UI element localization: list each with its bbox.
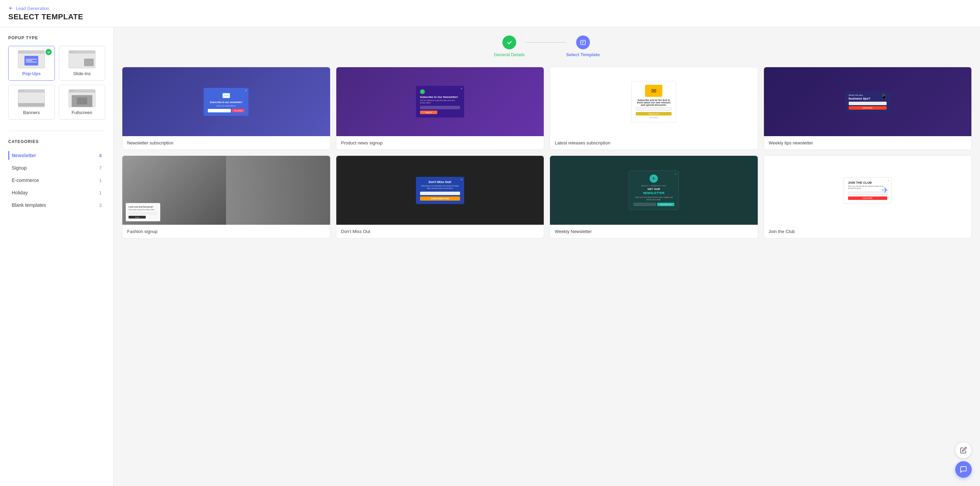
sidebar-divider bbox=[8, 131, 105, 131]
template-card-newsletter-subscription[interactable]: × ✉️ Subscribe to our newsletter! Enter … bbox=[122, 67, 331, 150]
check-icon bbox=[47, 50, 50, 54]
category-blank[interactable]: Blank templates 3 bbox=[8, 199, 105, 211]
slide-ins-icon bbox=[68, 50, 95, 68]
template-preview-2: × ✓ Subscribe to Our Newsletter! Join ou… bbox=[336, 67, 544, 136]
category-blank-label: Blank templates bbox=[12, 202, 46, 208]
back-arrow-icon bbox=[8, 5, 14, 11]
popup-ups-icon bbox=[18, 50, 45, 68]
template-preview-3: ✉ Subscribe and be the first to know abo… bbox=[550, 67, 758, 136]
main-layout: POPUP TYPE bbox=[0, 27, 980, 486]
category-blank-count: 3 bbox=[99, 203, 102, 208]
template-preview-5: Look cool and feel great! Subscribe and … bbox=[123, 156, 330, 225]
categories-section-title: CATEGORIES bbox=[8, 139, 105, 144]
popup-type-section-title: POPUP TYPE bbox=[8, 35, 105, 40]
svg-rect-0 bbox=[581, 40, 585, 45]
category-ecommerce-label: E-commerce bbox=[12, 177, 39, 183]
step-template-icon bbox=[579, 39, 587, 46]
page-title: SELECT TEMPLATE bbox=[8, 13, 972, 21]
category-signup-label: Signup bbox=[12, 165, 27, 170]
step-select-template: Select Template bbox=[566, 35, 600, 57]
template-card-dont-miss-out[interactable]: × Don't Miss Out! Subscribe to our newsl… bbox=[336, 155, 544, 239]
popup-ups-label: Pop-Ups bbox=[22, 71, 41, 76]
chat-support-button[interactable] bbox=[955, 461, 972, 478]
popup-type-popup-ups[interactable]: Pop-Ups bbox=[8, 46, 55, 81]
category-newsletter[interactable]: Newsletter 8 bbox=[8, 150, 105, 161]
steps-bar: General Details Select Template bbox=[122, 35, 972, 57]
chat-icon bbox=[960, 466, 967, 473]
category-signup[interactable]: Signup 7 bbox=[8, 162, 105, 174]
category-ecommerce-count: 1 bbox=[99, 178, 102, 183]
step-select-template-label: Select Template bbox=[566, 52, 600, 57]
template-preview-1: × ✉️ Subscribe to our newsletter! Enter … bbox=[123, 67, 330, 136]
banners-icon bbox=[18, 89, 45, 107]
popup-types-grid: Pop-Ups Slide-Ins bbox=[8, 46, 105, 120]
slide-ins-label: Slide-Ins bbox=[73, 71, 91, 76]
popup-type-banners[interactable]: Banners bbox=[8, 85, 55, 120]
edit-icon bbox=[960, 447, 967, 454]
template-name-6: Don't Miss Out bbox=[336, 225, 544, 238]
banners-label: Banners bbox=[23, 110, 40, 115]
category-signup-count: 7 bbox=[99, 166, 102, 170]
breadcrumb[interactable]: Lead Generation bbox=[8, 5, 972, 11]
template-grid: × ✉️ Subscribe to our newsletter! Enter … bbox=[122, 67, 972, 239]
template-name-4: Weekly tips newsletter bbox=[764, 136, 972, 150]
step-done-check-icon bbox=[506, 39, 513, 46]
popup-type-fullscreen[interactable]: Fullscreen bbox=[59, 85, 105, 120]
fullscreen-icon bbox=[68, 89, 95, 107]
template-preview-6: × Don't Miss Out! Subscribe to our newsl… bbox=[336, 156, 544, 225]
header: Lead Generation SELECT TEMPLATE bbox=[0, 0, 980, 27]
step-general-details-circle bbox=[503, 35, 516, 49]
fullscreen-label: Fullscreen bbox=[72, 110, 92, 115]
edit-support-button[interactable] bbox=[955, 442, 972, 459]
sidebar: POPUP TYPE bbox=[0, 27, 114, 486]
content-area: General Details Select Template bbox=[114, 27, 980, 486]
template-card-weekly-tips-newsletter[interactable]: 📱 What's the best business tips? SUBSCRI… bbox=[764, 67, 972, 150]
breadcrumb-label: Lead Generation bbox=[16, 6, 49, 11]
category-holiday-label: Holiday bbox=[12, 190, 28, 196]
category-newsletter-count: 8 bbox=[99, 153, 102, 158]
template-card-weekly-newsletter[interactable]: × ✈ WEEKLY NEWSLETTER GET OUR NEWSLETTER… bbox=[550, 155, 758, 239]
category-newsletter-label: Newsletter bbox=[12, 153, 36, 158]
template-card-join-the-club[interactable]: × JOIN THE CLUB Start your day off with … bbox=[764, 155, 972, 239]
template-card-product-news-signup[interactable]: × ✓ Subscribe to Our Newsletter! Join ou… bbox=[336, 67, 544, 150]
template-card-fashion-signup[interactable]: Look cool and feel great! Subscribe and … bbox=[122, 155, 331, 239]
category-holiday-count: 1 bbox=[99, 190, 102, 196]
step-general-details-label: General Details bbox=[494, 52, 525, 57]
template-name-5: Fashion signup bbox=[123, 225, 330, 238]
template-name-3: Latest releases subscription bbox=[550, 136, 758, 150]
step-general-details: General Details bbox=[494, 35, 525, 57]
category-list: Newsletter 8 Signup 7 E-commerce 1 Holid… bbox=[8, 150, 105, 211]
category-holiday[interactable]: Holiday 1 bbox=[8, 187, 105, 199]
template-name-8: Join the Club bbox=[764, 225, 972, 238]
page-wrapper: Lead Generation SELECT TEMPLATE POPUP TY… bbox=[0, 0, 980, 486]
popup-type-slide-ins[interactable]: Slide-Ins bbox=[59, 46, 105, 81]
template-name-2: Product news signup bbox=[336, 136, 544, 150]
template-name-1: Newsletter subscription bbox=[123, 136, 330, 150]
template-preview-8: × JOIN THE CLUB Start your day off with … bbox=[764, 156, 972, 225]
category-ecommerce[interactable]: E-commerce 1 bbox=[8, 174, 105, 186]
step-select-template-circle bbox=[576, 35, 590, 49]
template-card-latest-releases-subscription[interactable]: ✉ Subscribe and be the first to know abo… bbox=[550, 67, 758, 150]
selected-check-badge bbox=[46, 49, 52, 55]
step-connector bbox=[525, 42, 566, 43]
template-preview-4: 📱 What's the best business tips? SUBSCRI… bbox=[764, 67, 972, 136]
template-name-7: Weekly Newsletter bbox=[550, 225, 758, 238]
template-preview-7: × ✈ WEEKLY NEWSLETTER GET OUR NEWSLETTER… bbox=[550, 156, 758, 225]
